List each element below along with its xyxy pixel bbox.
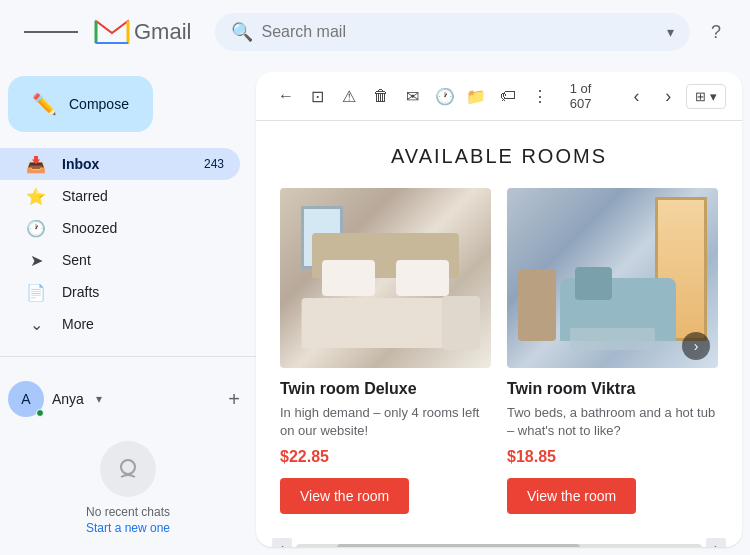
pillow2-decor	[396, 260, 449, 296]
sidebar-item-drafts[interactable]: 📄 Drafts	[0, 276, 240, 308]
view-room-button-twin-deluxe[interactable]: View the room	[280, 478, 409, 514]
draft-icon: 📄	[26, 283, 46, 302]
email-body: AVAILABLE ROOMS Twin roo	[256, 121, 742, 547]
pagination-text: 1 of 607	[570, 81, 611, 111]
report-button[interactable]: ⚠	[336, 80, 364, 112]
pillow1-decor	[322, 260, 375, 296]
inbox-icon: 📥	[26, 155, 46, 174]
delete-button[interactable]: 🗑	[367, 80, 395, 112]
user-dropdown-icon[interactable]: ▾	[96, 392, 102, 406]
horizontal-scrollbar: ‹ ›	[256, 530, 742, 547]
sidebar-item-label: Starred	[62, 188, 108, 204]
top-bar: Gmail 🔍 ▾ ?	[0, 0, 750, 64]
gmail-logo: Gmail	[94, 19, 191, 45]
sidebar-item-snoozed[interactable]: 🕐 Snoozed	[0, 212, 240, 244]
room-desc-twin-deluxe: In high demand – only 4 rooms left on ou…	[280, 404, 491, 440]
room-name-twin-deluxe: Twin room Deluxe	[280, 380, 491, 398]
email-content-panel: ← ⊡ ⚠ 🗑 ✉ 🕐 📁 🏷 ⋮ 1 of 607 ‹ › ⊞ ▾ AVAIL…	[256, 72, 742, 547]
sidebar-item-more[interactable]: ⌄ More	[0, 308, 240, 340]
grid-view-icon: ⊞	[695, 89, 706, 104]
scrollbar-thumb[interactable]	[337, 544, 581, 547]
chat-placeholder-icon	[100, 441, 156, 497]
menu-button[interactable]	[16, 20, 86, 44]
room-desc-twin-viktra: Two beds, a bathroom and a hot tub – wha…	[507, 404, 718, 440]
scroll-left-button[interactable]: ‹	[272, 538, 292, 547]
gmail-logo-icon	[94, 19, 130, 45]
carousel-next-button[interactable]: ›	[682, 332, 710, 360]
avatar[interactable]: A	[8, 381, 44, 417]
room-card-twin-deluxe: Twin room Deluxe In high demand – only 4…	[280, 188, 491, 514]
room-price-twin-deluxe: $22.85	[280, 448, 491, 466]
snooze-toolbar-button[interactable]: 🕐	[431, 80, 459, 112]
avatar-initials: A	[21, 391, 30, 407]
chat-section: No recent chats Start a new one	[0, 425, 256, 543]
available-rooms-section: AVAILABLE ROOMS Twin roo	[256, 121, 742, 530]
add-user-button[interactable]: +	[220, 385, 248, 413]
sidebar-item-label: Sent	[62, 252, 91, 268]
snooze-icon: 🕐	[26, 219, 46, 238]
compose-button[interactable]: ✏️ Compose	[8, 76, 153, 132]
sidebar-item-label: Inbox	[62, 156, 99, 172]
sidebar: ✏️ Compose 📥 Inbox 243 ⭐ Starred 🕐 Snooz…	[0, 64, 256, 555]
send-icon: ➤	[26, 251, 46, 270]
sidebar-item-inbox[interactable]: 📥 Inbox 243	[0, 148, 240, 180]
search-icon: 🔍	[231, 21, 253, 43]
chair-decor	[442, 296, 480, 350]
next-email-button[interactable]: ›	[654, 80, 682, 112]
inbox-badge: 243	[204, 157, 224, 171]
view-dropdown-icon: ▾	[710, 89, 717, 104]
search-input[interactable]	[261, 23, 659, 41]
view-toggle-button[interactable]: ⊞ ▾	[686, 84, 726, 109]
star-icon: ⭐	[26, 187, 46, 206]
mark-unread-button[interactable]: ✉	[399, 80, 427, 112]
no-chats-text: No recent chats	[16, 505, 240, 519]
rooms-grid: Twin room Deluxe In high demand – only 4…	[272, 188, 726, 514]
user-name: Anya	[52, 391, 84, 407]
compose-label: Compose	[69, 96, 129, 112]
email-toolbar: ← ⊡ ⚠ 🗑 ✉ 🕐 📁 🏷 ⋮ 1 of 607 ‹ › ⊞ ▾	[256, 72, 742, 121]
compose-icon: ✏️	[32, 92, 57, 116]
room-image-twin-deluxe	[280, 188, 491, 368]
room-image-twin-viktra: ›	[507, 188, 718, 368]
available-rooms-title: AVAILABLE ROOMS	[272, 145, 726, 168]
scrollbar-track[interactable]	[296, 544, 702, 547]
search-bar[interactable]: 🔍 ▾	[215, 13, 690, 51]
view-room-button-twin-viktra[interactable]: View the room	[507, 478, 636, 514]
main-layout: ✏️ Compose 📥 Inbox 243 ⭐ Starred 🕐 Snooz…	[0, 64, 750, 555]
move-button[interactable]: 📁	[463, 80, 491, 112]
sidebar-item-label: Drafts	[62, 284, 99, 300]
room-price-twin-viktra: $18.85	[507, 448, 718, 466]
chevron-down-icon: ⌄	[26, 315, 46, 334]
table-decor	[570, 328, 654, 350]
sidebar-item-label: More	[62, 316, 94, 332]
room-name-twin-viktra: Twin room Viktra	[507, 380, 718, 398]
svg-point-1	[121, 460, 135, 474]
cushion-decor	[575, 267, 613, 299]
prev-email-button[interactable]: ‹	[623, 80, 651, 112]
help-button[interactable]: ?	[698, 14, 734, 50]
user-section: A Anya ▾ +	[0, 365, 256, 425]
room-card-twin-viktra: › Twin room Viktra Two beds, a bathroom …	[507, 188, 718, 514]
more-options-button[interactable]: ⋮	[526, 80, 554, 112]
search-dropdown-icon[interactable]: ▾	[667, 24, 674, 40]
archive-button[interactable]: ⊡	[304, 80, 332, 112]
start-chat-link[interactable]: Start a new one	[86, 521, 170, 535]
sidebar-item-starred[interactable]: ⭐ Starred	[0, 180, 240, 212]
user-status-dot	[36, 409, 44, 417]
back-button[interactable]: ←	[272, 80, 300, 112]
sidebar-item-sent[interactable]: ➤ Sent	[0, 244, 240, 276]
sidebar-item-label: Snoozed	[62, 220, 117, 236]
scroll-right-button[interactable]: ›	[706, 538, 726, 547]
gmail-text: Gmail	[134, 19, 191, 45]
lr-chair-decor	[518, 269, 556, 341]
label-button[interactable]: 🏷	[494, 80, 522, 112]
